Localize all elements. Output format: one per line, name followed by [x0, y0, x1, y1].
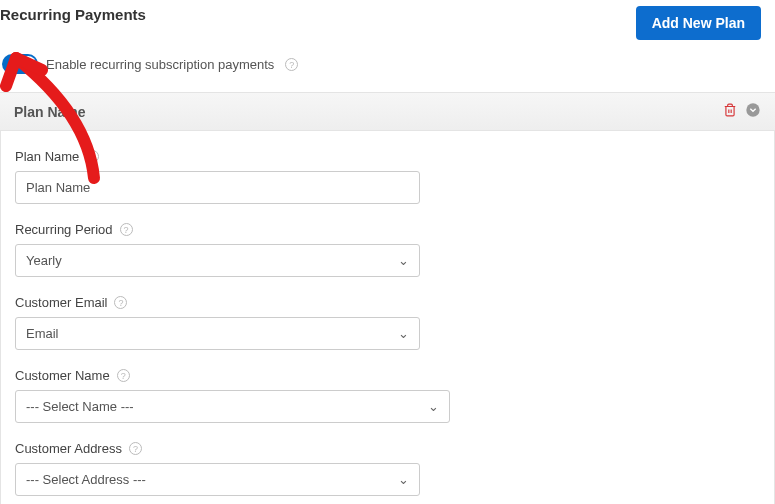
recurring-period-label: Recurring Period	[15, 222, 113, 237]
plan-header: Plan Name	[0, 92, 775, 131]
help-icon[interactable]: ?	[114, 296, 127, 309]
customer-name-select[interactable]: --- Select Name --- ⌄	[15, 390, 450, 423]
add-new-plan-button[interactable]: Add New Plan	[636, 6, 761, 40]
plan-header-title: Plan Name	[14, 104, 86, 120]
recurring-period-value: Yearly	[26, 253, 62, 268]
chevron-down-icon[interactable]	[745, 102, 761, 121]
svg-point-0	[746, 103, 759, 116]
plan-body: Plan Name ? Plan Name Recurring Period ?…	[0, 131, 775, 504]
customer-name-value: --- Select Name ---	[26, 399, 134, 414]
customer-email-select[interactable]: Email ⌄	[15, 317, 420, 350]
help-icon[interactable]: ?	[129, 442, 142, 455]
help-icon[interactable]: ?	[117, 369, 130, 382]
trash-icon[interactable]	[723, 103, 737, 120]
customer-email-value: Email	[26, 326, 59, 341]
enable-recurring-toggle[interactable]	[2, 54, 38, 74]
chevron-down-icon: ⌄	[398, 472, 409, 487]
customer-address-value: --- Select Address ---	[26, 472, 146, 487]
plan-name-input[interactable]: Plan Name	[15, 171, 420, 204]
section-title: Recurring Payments	[0, 6, 146, 23]
recurring-period-select[interactable]: Yearly ⌄	[15, 244, 420, 277]
chevron-down-icon: ⌄	[398, 253, 409, 268]
enable-recurring-label: Enable recurring subscription payments	[46, 57, 274, 72]
chevron-down-icon: ⌄	[428, 399, 439, 414]
chevron-down-icon: ⌄	[398, 326, 409, 341]
customer-address-select[interactable]: --- Select Address --- ⌄	[15, 463, 420, 496]
plan-name-value: Plan Name	[26, 180, 90, 195]
plan-name-label: Plan Name	[15, 149, 79, 164]
customer-name-label: Customer Name	[15, 368, 110, 383]
help-icon[interactable]: ?	[86, 150, 99, 163]
customer-email-label: Customer Email	[15, 295, 107, 310]
help-icon[interactable]: ?	[285, 58, 298, 71]
customer-address-label: Customer Address	[15, 441, 122, 456]
help-icon[interactable]: ?	[120, 223, 133, 236]
